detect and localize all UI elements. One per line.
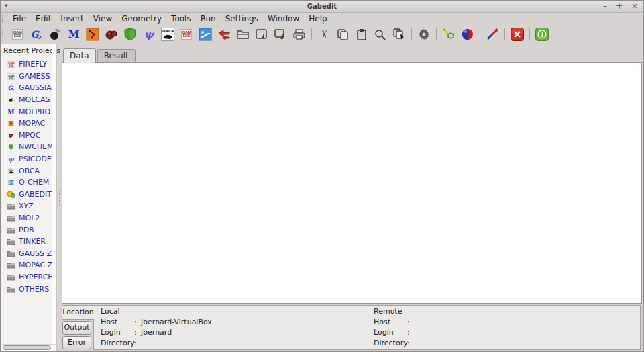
menu-edit[interactable]: Edit xyxy=(31,13,56,24)
tab-data[interactable]: Data xyxy=(63,48,96,63)
colon: : xyxy=(134,327,141,338)
folder-icon xyxy=(7,202,15,210)
close-button[interactable]: × xyxy=(631,1,638,11)
orca-button[interactable]: ORCA xyxy=(159,26,176,43)
project-item-molcas[interactable]: MOLCAS xyxy=(7,94,56,106)
firefly-button[interactable]: GAMESS xyxy=(178,26,195,43)
pages-cursor-icon xyxy=(392,28,406,40)
menu-geometry[interactable]: Geometry xyxy=(117,13,166,24)
local-info-block: Local Host:jbernard-VirtualBoxLogin:jber… xyxy=(94,306,367,349)
mpqc-logo-icon xyxy=(7,131,15,140)
magnifier-icon xyxy=(374,28,387,40)
stop-button[interactable] xyxy=(508,26,526,43)
mopac-button[interactable] xyxy=(84,26,101,43)
project-item-firefly[interactable]: GAMESSFIREFLY xyxy=(7,58,56,71)
minimize-button[interactable]: – xyxy=(603,1,607,11)
sidebar-vertical-scrollbar[interactable] xyxy=(52,44,56,345)
menu-file[interactable]: File xyxy=(8,13,31,24)
project-item-gabedit[interactable]: GABEDIT xyxy=(7,189,56,201)
title-bar[interactable]: ▾ Gabedit – + × xyxy=(1,1,643,13)
gaussian-logo-icon: G, xyxy=(7,83,15,92)
convert-button[interactable] xyxy=(215,26,233,43)
firefly-icon: GAMESS xyxy=(181,29,193,40)
project-item-q-chem[interactable]: Q-CHEM xyxy=(7,177,56,189)
bottom-tab-error[interactable]: Error xyxy=(62,336,91,349)
menu-view[interactable]: View xyxy=(89,13,117,24)
project-item-psicode[interactable]: ψPSICODE xyxy=(7,153,56,165)
cut-button[interactable]: ✂ xyxy=(315,26,333,43)
mpqc-button[interactable] xyxy=(103,26,120,43)
find-selection-button[interactable] xyxy=(390,26,408,43)
qchem-button[interactable] xyxy=(197,26,214,43)
project-item-tinker[interactable]: TINKER xyxy=(7,236,56,248)
project-item-mpqc[interactable]: MPQC xyxy=(7,130,56,142)
menu-tools[interactable]: Tools xyxy=(166,13,196,24)
preferences-button[interactable] xyxy=(415,26,433,43)
menu-help[interactable]: Help xyxy=(304,13,331,24)
menu-items: FileEditInsertViewGeometryToolsRunSettin… xyxy=(8,13,332,24)
project-item-mopac-zmat[interactable]: MOPAC ZMAT xyxy=(7,259,56,271)
molcas-icon xyxy=(48,28,62,41)
project-label: ORCA xyxy=(19,167,40,175)
project-item-xyz[interactable]: XYZ xyxy=(7,200,56,212)
copy-button[interactable] xyxy=(334,26,352,43)
project-item-gamess[interactable]: GAMESSGAMESS xyxy=(7,71,56,83)
project-label: PSICODE xyxy=(19,155,52,163)
project-item-pdb[interactable]: PDB xyxy=(7,224,56,236)
find-button[interactable] xyxy=(372,26,389,43)
project-item-mol2[interactable]: MOL2 xyxy=(7,212,56,224)
project-item-molpro[interactable]: MMOLPRO xyxy=(7,105,56,118)
gaussian-button[interactable]: G, xyxy=(28,26,45,43)
paste-button[interactable] xyxy=(353,26,370,43)
recent-projects-panel: Recent Projects GAMESSFIREFLYGAMESSGAMES… xyxy=(1,44,57,351)
project-item-nwchem[interactable]: NWCHEM xyxy=(7,141,56,153)
project-label: PDB xyxy=(19,226,34,234)
data-editor-area[interactable] xyxy=(62,62,642,304)
field-label: Login xyxy=(374,327,407,338)
menu-insert[interactable]: Insert xyxy=(56,13,88,24)
field-value: jbernard xyxy=(141,327,172,338)
gamess-button[interactable]: GAMESS xyxy=(9,26,26,43)
bottom-tab-output[interactable]: Output xyxy=(62,321,91,335)
project-item-mopac[interactable]: MOPAC xyxy=(7,118,56,130)
info-icon: i xyxy=(535,28,549,41)
nwchem-button[interactable] xyxy=(121,26,139,43)
menu-settings[interactable]: Settings xyxy=(221,13,263,24)
save-button[interactable] xyxy=(253,26,270,43)
sidebar-horizontal-scrollbar[interactable] xyxy=(1,344,56,351)
project-item-gauss-zmat[interactable]: GAUSS ZMAT xyxy=(7,248,56,260)
project-item-gaussian[interactable]: G,GAUSSIAN xyxy=(7,82,56,94)
save-as-button[interactable] xyxy=(272,26,289,43)
toolbar-grip-handle[interactable] xyxy=(2,28,8,41)
gear-icon xyxy=(417,28,431,41)
pane-splitter[interactable] xyxy=(57,44,62,351)
field-label: Login xyxy=(101,327,134,338)
remote-header: Remote xyxy=(374,306,640,317)
about-button[interactable]: i xyxy=(533,26,551,43)
toolbar-items: GAMESSG,MψORCAGAMESS✂i xyxy=(8,26,551,43)
project-label: XYZ xyxy=(19,202,34,210)
folder-icon xyxy=(7,285,15,293)
tab-result[interactable]: Result xyxy=(97,49,136,62)
svg-text:i: i xyxy=(541,31,543,38)
molpro-button[interactable]: M xyxy=(65,26,83,43)
field-label: Directory xyxy=(101,338,134,349)
draw-geometry-button[interactable] xyxy=(440,26,458,43)
project-label: MPQC xyxy=(19,131,40,140)
project-item-hyperchem[interactable]: HYPERCHEM xyxy=(7,271,56,283)
bottom-tab-location[interactable]: Location xyxy=(62,305,94,320)
display-density-button[interactable] xyxy=(459,26,476,43)
menu-window[interactable]: Window xyxy=(263,13,304,24)
menu-run[interactable]: Run xyxy=(196,13,221,24)
print-button[interactable] xyxy=(290,26,308,43)
molcas-button[interactable] xyxy=(46,26,64,43)
open-button[interactable] xyxy=(234,26,252,43)
sidebar-hscroll-thumb[interactable] xyxy=(3,345,51,350)
insert-fragment-button[interactable] xyxy=(484,26,501,43)
psicode-button[interactable]: ψ xyxy=(140,26,158,43)
project-item-orca[interactable]: ORCAORCA xyxy=(7,165,56,177)
notebook-tab-row: DataResult xyxy=(62,47,642,62)
maximize-button[interactable]: + xyxy=(616,1,623,11)
menubar-grip-handle[interactable] xyxy=(2,15,8,24)
project-item-others[interactable]: OTHERS xyxy=(7,283,56,295)
